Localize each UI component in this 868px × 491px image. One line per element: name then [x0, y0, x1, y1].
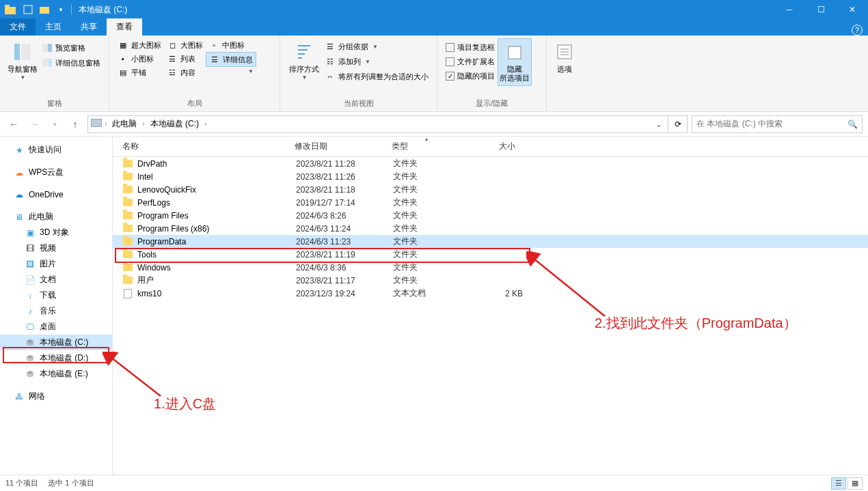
chevron-right-icon[interactable]: ›	[141, 120, 146, 128]
file-name: kms10	[137, 289, 296, 298]
group-by-button[interactable]: ☰分组依据▼	[322, 40, 431, 53]
hidden-items-toggle[interactable]: ✓隐藏的项目	[443, 70, 498, 83]
window-title: 本地磁盘 (C:)	[79, 4, 127, 16]
nav-pane-button[interactable]: 导航窗格 ▼	[5, 38, 39, 83]
sidebar-wps[interactable]: ☁WPS云盘	[0, 165, 112, 180]
sidebar-desktop[interactable]: 🖵桌面	[0, 319, 112, 335]
item-checkboxes-toggle[interactable]: 项目复选框	[443, 41, 498, 54]
tab-home[interactable]: 主页	[36, 18, 71, 36]
file-icon	[122, 288, 133, 299]
sidebar-this-pc[interactable]: 🖥此电脑	[0, 209, 112, 225]
add-columns-button[interactable]: ☷添加列▼	[322, 55, 431, 68]
layout-list[interactable]: ☰列表	[164, 52, 206, 66]
chevron-down-icon: ▼	[365, 59, 370, 65]
sidebar-documents[interactable]: 📄文档	[0, 272, 112, 287]
sidebar-network[interactable]: 🖧网络	[0, 389, 112, 404]
qat-properties-icon[interactable]	[21, 2, 36, 17]
sm-icon: ▪	[118, 53, 128, 64]
file-type: 文件夹	[393, 262, 474, 273]
qat-dropdown-icon[interactable]: ▼	[53, 2, 68, 17]
sidebar: ★快速访问 ☁WPS云盘 ☁OneDrive 🖥此电脑 ▣3D 对象 🎞视频 🖼…	[0, 137, 113, 475]
sort-button[interactable]: 排序方式 ▼	[286, 38, 322, 83]
sidebar-music[interactable]: ♪音乐	[0, 303, 112, 319]
tab-file[interactable]: 文件	[0, 18, 36, 36]
fit-columns-button[interactable]: ↔将所有列调整为合适的大小	[322, 70, 431, 83]
folder-icon	[122, 197, 133, 208]
layout-content[interactable]: ☳内容	[164, 66, 206, 79]
preview-pane-button[interactable]: 预览窗格	[39, 41, 103, 55]
sidebar-3d-objects[interactable]: ▣3D 对象	[0, 225, 112, 240]
sidebar-quick-access[interactable]: ★快速访问	[0, 142, 112, 158]
qat-newfolder-icon[interactable]	[37, 2, 52, 17]
hide-selected-button[interactable]: 隐藏 所选项目	[498, 38, 532, 86]
options-button[interactable]: 选项	[552, 38, 577, 77]
file-date: 2024/6/3 11:23	[296, 237, 393, 247]
sidebar-pictures[interactable]: 🖼图片	[0, 256, 112, 272]
sidebar-videos[interactable]: 🎞视频	[0, 240, 112, 256]
layout-lg[interactable]: ◻大图标	[164, 38, 206, 52]
col-size[interactable]: 大小	[467, 137, 521, 156]
file-row[interactable]: LenovoQuickFix2023/8/21 11:18文件夹	[113, 183, 868, 196]
col-type[interactable]: ▴类型	[386, 137, 467, 156]
file-ext-toggle[interactable]: 文件扩展名	[443, 55, 498, 68]
crumb-drive[interactable]: 本地磁盘 (C:)	[148, 117, 202, 131]
address-bar[interactable]: › 此电脑 › 本地磁盘 (C:) › ⌄	[87, 115, 668, 133]
up-button[interactable]: ↑	[67, 116, 83, 132]
options-icon	[554, 41, 575, 63]
sidebar-drive-e[interactable]: ⛃本地磁盘 (E:)	[0, 366, 112, 382]
file-row[interactable]: Tools2023/8/21 11:19文件夹	[113, 248, 868, 261]
file-name: PerfLogs	[137, 198, 296, 208]
crumb-pc[interactable]: 此电脑	[109, 117, 139, 131]
file-name: ProgramData	[137, 237, 296, 247]
drive-icon: ⛃	[25, 353, 36, 364]
recent-dropdown[interactable]: ▾	[46, 116, 63, 132]
minimize-button[interactable]: ─	[774, 0, 805, 19]
titlebar: ▼ 本地磁盘 (C:) ─ ☐ ✕	[0, 0, 868, 19]
svg-rect-3	[40, 7, 49, 14]
file-row[interactable]: Program Files2024/6/3 8:26文件夹	[113, 209, 868, 222]
file-row[interactable]: 用户2023/8/21 11:17文件夹	[113, 274, 868, 287]
file-name: LenovoQuickFix	[137, 185, 296, 195]
file-row[interactable]: PerfLogs2019/12/7 17:14文件夹	[113, 196, 868, 209]
forward-button[interactable]: →	[26, 116, 42, 132]
file-row[interactable]: Windows2024/6/3 8:36文件夹	[113, 261, 868, 274]
folder-icon	[122, 275, 133, 286]
layout-sm[interactable]: ▪小图标	[115, 52, 164, 66]
layout-more[interactable]: ▼	[206, 67, 256, 76]
layout-details[interactable]: ☰详细信息	[206, 52, 256, 67]
file-name: Intel	[137, 172, 296, 182]
chevron-right-icon[interactable]: ›	[103, 120, 108, 128]
address-dropdown-icon[interactable]: ⌄	[653, 120, 665, 129]
search-box[interactable]: 在 本地磁盘 (C:) 中搜索 🔍	[692, 115, 863, 133]
layout-xl[interactable]: ▦超大图标	[115, 38, 164, 52]
sidebar-onedrive[interactable]: ☁OneDrive	[0, 187, 112, 202]
close-button[interactable]: ✕	[837, 0, 868, 19]
sidebar-drive-d[interactable]: ⛃本地磁盘 (D:)	[0, 350, 112, 366]
file-row[interactable]: Program Files (x86)2024/6/3 11:24文件夹	[113, 222, 868, 235]
details-pane-button[interactable]: 详细信息窗格	[39, 56, 103, 70]
view-details-button[interactable]: ☰	[831, 477, 846, 490]
file-row[interactable]: kms102023/12/3 19:24文本文档2 KB	[113, 287, 868, 300]
layout-md[interactable]: ▫中图标	[206, 38, 256, 52]
col-name[interactable]: 名称	[113, 137, 289, 156]
back-button[interactable]: ←	[5, 116, 22, 132]
separator	[71, 4, 72, 15]
folder-icon	[122, 223, 133, 234]
view-icons-button[interactable]: ▦	[847, 477, 863, 490]
file-row[interactable]: Intel2023/8/21 11:26文件夹	[113, 170, 868, 183]
sidebar-drive-c[interactable]: ⛃本地磁盘 (C:)	[0, 335, 112, 350]
sidebar-downloads[interactable]: ↓下载	[0, 287, 112, 303]
svg-rect-5	[21, 44, 31, 60]
ribbon-collapse-icon[interactable]: ˄	[843, 27, 846, 34]
layout-tiles[interactable]: ▤平铺	[115, 66, 164, 79]
maximize-button[interactable]: ☐	[805, 0, 837, 19]
refresh-button[interactable]: ⟳	[668, 115, 688, 133]
help-icon[interactable]: ?	[852, 25, 863, 36]
tab-view[interactable]: 查看	[107, 18, 142, 36]
col-date[interactable]: 修改日期	[289, 137, 386, 156]
folder-icon	[122, 210, 133, 221]
file-row[interactable]: DrvPath2023/8/21 11:28文件夹	[113, 157, 868, 170]
file-row[interactable]: ProgramData2024/6/3 11:23文件夹	[113, 235, 868, 248]
chevron-right-icon[interactable]: ›	[203, 120, 208, 128]
tab-share[interactable]: 共享	[71, 18, 107, 36]
